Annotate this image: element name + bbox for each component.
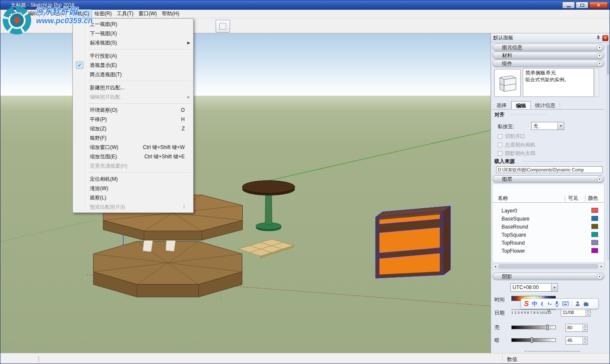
sogou-logo-icon[interactable]: S — [524, 300, 529, 307]
scroll-left-icon[interactable]: ◄ — [493, 265, 498, 268]
component-scrollbar[interactable] — [595, 68, 599, 97]
glue-to-select[interactable]: 无 ▼ — [531, 122, 564, 130]
camera-menu-item[interactable]: ✓ 观察(L) ▶ — [74, 193, 192, 202]
camera-menu-item[interactable]: ✓ 定位相机(M) ▶ — [74, 174, 192, 184]
measurements-input[interactable] — [526, 355, 607, 363]
camera-menu-item[interactable]: ✓ ▶ — [74, 79, 192, 83]
light-slider[interactable] — [511, 325, 556, 329]
layer-row[interactable]: TopSquare — [493, 231, 604, 239]
camera-menu-item[interactable]: ✓ 下一视图(X) ▶ — [74, 29, 192, 38]
menu-item[interactable]: 文件(F) — [4, 9, 25, 18]
component-tab[interactable]: 编辑 — [511, 101, 531, 109]
punctuation-mode-icon[interactable] — [547, 301, 552, 306]
layer-color-swatch[interactable] — [591, 240, 598, 245]
slider-thumb[interactable] — [531, 337, 533, 343]
spin-up-icon[interactable]: ▲ — [583, 337, 587, 341]
layers-column-name[interactable]: 名称 — [498, 195, 508, 202]
section-toggle-icon[interactable]: ▼ — [597, 53, 602, 58]
layer-color-swatch[interactable] — [591, 248, 598, 253]
layer-row[interactable]: BaseSquare — [493, 215, 604, 223]
spin-up-icon[interactable]: ▲ — [586, 309, 590, 313]
camera-menu-item[interactable]: ✓ 平行投影(A) ▶ — [74, 51, 192, 61]
section-toggle-icon[interactable]: ▼ — [597, 61, 602, 66]
login-icon[interactable] — [575, 301, 580, 306]
tray-header[interactable]: 默认面板 × — [491, 33, 610, 43]
component-thumbnail[interactable] — [494, 69, 521, 97]
component-description-field[interactable]: 组合式书架的实例。 — [523, 75, 594, 97]
layer-color-swatch[interactable] — [591, 224, 598, 229]
camera-menu-item[interactable]: ✓ 预览匹配照片(I) I ▶ — [74, 202, 192, 212]
spin-up-icon[interactable]: ▲ — [583, 324, 587, 328]
section-bar-materials[interactable]: 材料 ▼ — [492, 52, 604, 59]
component-option-checkbox[interactable]: 总是朝向相机 — [498, 141, 535, 149]
camera-menu-item[interactable]: ✓ 两点透视图(T) ▶ — [74, 70, 192, 79]
layer-color-swatch[interactable] — [591, 232, 598, 237]
component-option-checkbox[interactable]: 阴影朝向太阳 — [498, 149, 535, 157]
fullwidth-moon-icon[interactable] — [540, 301, 544, 306]
section-toggle-icon[interactable]: ▼ — [597, 45, 602, 50]
section-bar-components[interactable]: 组件 ▼ — [492, 60, 604, 67]
camera-menu-item[interactable]: ✓ 漫游(W) ▶ — [74, 184, 192, 193]
section-toggle-icon[interactable]: ▼ — [597, 274, 602, 279]
title-bar[interactable]: 无标题 - SketchUp Pro 2016 × — [0, 0, 610, 10]
section-toggle-icon[interactable]: ▼ — [597, 176, 602, 182]
camera-menu-item[interactable]: ✓ 缩放(Z) Z ▶ — [74, 124, 192, 133]
close-button[interactable]: × — [589, 2, 608, 8]
layer-row[interactable]: BaseRound — [493, 223, 604, 231]
camera-menu-item[interactable]: ✓ ▶ — [74, 171, 192, 174]
section-bar-shadows[interactable]: 阴影 ▼ — [492, 273, 604, 280]
light-value-box[interactable]: 80 ▲ ▼ — [566, 324, 588, 332]
chinese-mode-icon[interactable]: 中 — [532, 301, 537, 306]
camera-menu-item[interactable]: ✓ ▶ — [74, 102, 192, 105]
camera-menu-item[interactable]: ✓ 新建照片匹配... ▶ — [74, 83, 192, 92]
toolbar-button[interactable] — [216, 20, 230, 33]
minimize-button[interactable] — [562, 2, 575, 8]
maximize-button[interactable] — [576, 2, 588, 8]
layers-horizontal-scrollbar[interactable]: ◄ ► — [492, 264, 604, 269]
component-name-field[interactable]: 简单搁板单元 — [523, 68, 594, 76]
menu-item[interactable]: 编辑(E) — [25, 9, 47, 18]
load-source-path-field[interactable]: D:\河东软件园\Components\Dynamic Comp — [496, 166, 603, 173]
date-value-box[interactable]: 11/08 ▲ ▼ — [561, 309, 591, 317]
menu-item[interactable]: 视图(V) — [47, 9, 69, 18]
menu-item[interactable]: 工具(T) — [114, 9, 136, 18]
panel-scrollbar[interactable] — [607, 44, 610, 260]
menu-item[interactable]: 窗口(W) — [136, 9, 159, 18]
dark-value-box[interactable]: 45 ▲ ▼ — [566, 336, 588, 345]
camera-menu-item[interactable]: ✓ 编辑照片匹配 ▶ — [74, 92, 192, 102]
slider-thumb[interactable] — [546, 325, 549, 330]
component-tab[interactable]: 统计信息 — [531, 101, 560, 109]
camera-menu-item[interactable]: ✓ 视野(F) ▶ — [74, 133, 192, 143]
toolbox-icon[interactable] — [583, 301, 589, 306]
section-bar-layers[interactable]: 图层 ▼ — [492, 175, 604, 183]
camera-menu-item[interactable]: ✓ 上一视图(R) ▶ — [74, 19, 192, 29]
camera-menu-item[interactable]: ✓ 平移(P) H ▶ — [74, 115, 192, 124]
layer-row[interactable]: TopRound — [493, 239, 604, 247]
scroll-right-icon[interactable]: ► — [599, 265, 604, 268]
pin-icon[interactable] — [596, 35, 601, 41]
ime-toolbar[interactable]: S 中 — [521, 298, 599, 309]
layer-color-swatch[interactable] — [591, 208, 598, 213]
camera-menu-item[interactable]: ✓ 背景充满视窗(H) ▶ — [74, 161, 192, 171]
timezone-select[interactable]: UTC+08:00 ▼ — [510, 283, 558, 292]
layers-column-visible[interactable]: 可见 — [568, 195, 578, 202]
dark-slider[interactable] — [511, 338, 556, 342]
menu-item[interactable]: 相机(C) — [69, 9, 92, 18]
camera-menu-item[interactable]: ✓ 透视显示(E) ▶ — [74, 61, 192, 70]
component-tab[interactable]: 选择 — [492, 101, 511, 109]
camera-menu-item[interactable]: ✓ 缩放窗口(W) Ctrl 键+Shift 键+W ▶ — [74, 143, 192, 152]
soft-keyboard-icon[interactable] — [562, 301, 569, 306]
camera-menu-item[interactable]: ✓ 环绕观察(O) O ▶ — [74, 105, 192, 115]
layers-column-color[interactable]: 颜色 — [588, 195, 598, 202]
camera-menu-item[interactable]: ✓ 缩放范围(E) Ctrl 键+Shift 键+E ▶ — [74, 152, 192, 161]
spin-down-icon[interactable]: ▼ — [586, 313, 590, 316]
camera-menu-item[interactable]: ✓ 标准视图(S) ▶ — [74, 38, 192, 47]
spin-down-icon[interactable]: ▼ — [583, 341, 587, 344]
component-option-checkbox[interactable]: 切割开口 — [498, 132, 535, 141]
menu-item[interactable]: 绘图(R) — [92, 9, 114, 18]
microphone-icon[interactable] — [555, 301, 559, 307]
tray-close-button[interactable]: × — [602, 35, 608, 41]
layer-color-swatch[interactable] — [591, 216, 598, 221]
scrollbar-thumb[interactable] — [498, 265, 599, 268]
layer-row[interactable]: TopFlower — [493, 247, 604, 255]
